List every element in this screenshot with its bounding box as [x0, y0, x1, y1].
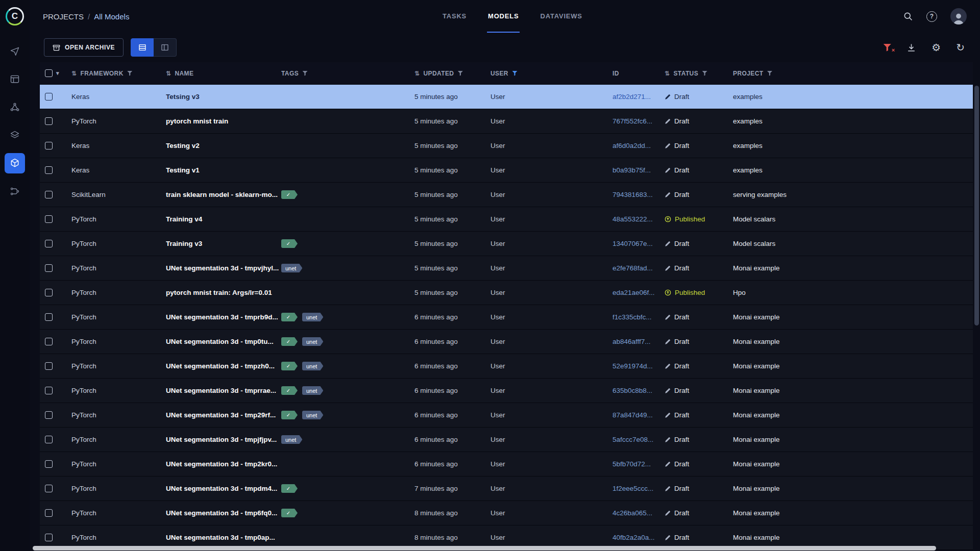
- table-row[interactable]: ScikitLearntrain sklearn model - sklearn…: [40, 183, 973, 207]
- model-name-link[interactable]: Testing v1: [166, 166, 200, 174]
- sidebar-item-projects[interactable]: [0, 93, 30, 121]
- model-name-link[interactable]: UNet segmentation 3d - tmprb9d...: [166, 313, 278, 321]
- avatar[interactable]: [950, 8, 967, 24]
- vertical-scrollbar[interactable]: [974, 86, 979, 325]
- clear-filters-icon[interactable]: ×: [883, 44, 891, 52]
- sidebar-item-pipelines[interactable]: [0, 177, 30, 205]
- check-tag[interactable]: ✓: [281, 386, 298, 395]
- open-archive-button[interactable]: OPEN ARCHIVE: [44, 38, 124, 57]
- table-view-button[interactable]: [131, 38, 154, 57]
- row-checkbox[interactable]: [45, 534, 53, 541]
- row-checkbox[interactable]: [45, 338, 53, 345]
- filter-icon[interactable]: [702, 71, 707, 76]
- model-name-link[interactable]: Tetsing v3: [166, 93, 200, 101]
- sidebar-item-reports[interactable]: [0, 65, 30, 93]
- tag[interactable]: unet: [302, 386, 323, 395]
- row-checkbox[interactable]: [45, 411, 53, 419]
- split-view-button[interactable]: [154, 38, 177, 57]
- row-checkbox[interactable]: [45, 117, 53, 125]
- tab-models[interactable]: MODELS: [487, 0, 520, 33]
- filter-icon[interactable]: [767, 71, 772, 76]
- filter-icon[interactable]: [302, 71, 308, 76]
- model-name-link[interactable]: UNet segmentation 3d - tmpdm4...: [166, 485, 277, 492]
- check-tag[interactable]: ✓: [281, 239, 298, 248]
- row-checkbox[interactable]: [45, 166, 53, 174]
- check-tag[interactable]: ✓: [281, 313, 298, 321]
- sort-icon[interactable]: ⇅: [414, 70, 420, 77]
- model-name-link[interactable]: UNet segmentation 3d - tmp0ap...: [166, 534, 275, 541]
- model-name-link[interactable]: UNet segmentation 3d - tmp0tu...: [166, 338, 274, 345]
- tag[interactable]: unet: [302, 313, 323, 321]
- tag[interactable]: unet: [302, 411, 323, 419]
- model-name-link[interactable]: Training v4: [166, 215, 202, 223]
- model-name-link[interactable]: UNet segmentation 3d - tmp29rf...: [166, 411, 276, 419]
- tag[interactable]: unet: [281, 435, 302, 444]
- row-checkbox[interactable]: [45, 509, 53, 517]
- table-row[interactable]: PyTorchpytorch mnist train: Args/lr=0.01…: [40, 281, 973, 305]
- check-tag[interactable]: ✓: [281, 362, 298, 370]
- table-row[interactable]: PyTorchUNet segmentation 3d - tmp6fq0...…: [40, 501, 973, 525]
- select-all-checkbox[interactable]: [45, 69, 53, 77]
- search-icon[interactable]: [903, 11, 913, 21]
- horizontal-scrollbar[interactable]: [33, 546, 936, 550]
- table-row[interactable]: PyTorchUNet segmentation 3d - tmpdm4...✓…: [40, 477, 973, 501]
- sort-icon[interactable]: ⇅: [71, 70, 77, 77]
- table-row[interactable]: PyTorchUNet segmentation 3d - tmpzh0...✓…: [40, 354, 973, 379]
- tag[interactable]: unet: [302, 362, 323, 370]
- clearml-logo[interactable]: C: [0, 0, 30, 33]
- help-icon[interactable]: ?: [926, 11, 937, 22]
- table-row[interactable]: KerasTesting v25 minutes agoUseraf6d0a2d…: [40, 134, 973, 158]
- row-checkbox[interactable]: [45, 215, 53, 223]
- row-checkbox[interactable]: [45, 387, 53, 394]
- row-checkbox[interactable]: [45, 460, 53, 468]
- check-tag[interactable]: ✓: [281, 337, 298, 346]
- breadcrumb-projects[interactable]: PROJECTS: [43, 12, 84, 21]
- table-row[interactable]: PyTorchUNet segmentation 3d - tmprb9d...…: [40, 305, 973, 330]
- check-tag[interactable]: ✓: [281, 190, 298, 199]
- column-header-project[interactable]: PROJECT: [733, 70, 973, 77]
- tab-dataviews[interactable]: DATAVIEWS: [540, 0, 583, 33]
- row-checkbox[interactable]: [45, 313, 53, 321]
- model-name-link[interactable]: pytorch mnist train: Args/lr=0.01: [166, 289, 272, 296]
- breadcrumb-current[interactable]: All Models: [94, 12, 129, 21]
- column-header-status[interactable]: ⇅ STATUS: [665, 70, 733, 77]
- chevron-down-icon[interactable]: ▾: [56, 70, 59, 77]
- model-name-link[interactable]: UNet segmentation 3d - tmpvjhyl...: [166, 264, 279, 272]
- model-name-link[interactable]: UNet segmentation 3d - tmp2kr0...: [166, 460, 277, 468]
- sidebar-item-dashboard[interactable]: [0, 37, 30, 65]
- table-row[interactable]: PyTorchTraining v45 minutes agoUser48a55…: [40, 207, 973, 232]
- sort-icon[interactable]: ⇅: [665, 70, 670, 77]
- header-select-all[interactable]: ▾: [40, 69, 71, 77]
- download-icon[interactable]: [906, 43, 916, 53]
- row-checkbox[interactable]: [45, 436, 53, 443]
- column-header-framework[interactable]: ⇅ FRAMEWORK: [71, 70, 166, 77]
- tag[interactable]: unet: [281, 264, 302, 272]
- column-header-updated[interactable]: ⇅ UPDATED: [414, 70, 491, 77]
- tag[interactable]: unet: [302, 337, 323, 346]
- table-row[interactable]: PyTorchUNet segmentation 3d - tmprrae...…: [40, 379, 973, 403]
- column-header-name[interactable]: ⇅ NAME: [166, 70, 281, 77]
- check-tag[interactable]: ✓: [281, 509, 298, 517]
- row-checkbox[interactable]: [45, 93, 53, 101]
- model-name-link[interactable]: pytorch mnist train: [166, 117, 228, 125]
- table-row[interactable]: KerasTetsing v35 minutes agoUseraf2b2d27…: [40, 85, 973, 109]
- table-row[interactable]: KerasTesting v15 minutes agoUserb0a93b75…: [40, 158, 973, 183]
- row-checkbox[interactable]: [45, 191, 53, 198]
- filter-icon[interactable]: [127, 71, 133, 76]
- tab-tasks[interactable]: TASKS: [442, 0, 468, 33]
- model-name-link[interactable]: UNet segmentation 3d - tmpzh0...: [166, 362, 275, 370]
- column-header-user[interactable]: USER: [491, 70, 612, 77]
- table-row[interactable]: PyTorchUNet segmentation 3d - tmp0tu...✓…: [40, 330, 973, 354]
- table-row[interactable]: PyTorchUNet segmentation 3d - tmpjfjpv..…: [40, 428, 973, 452]
- sort-icon[interactable]: ⇅: [166, 70, 171, 77]
- sidebar-item-models[interactable]: [0, 149, 30, 177]
- sidebar-item-datasets[interactable]: [0, 121, 30, 149]
- row-checkbox[interactable]: [45, 485, 53, 492]
- column-header-tags[interactable]: TAGS: [281, 70, 414, 77]
- model-name-link[interactable]: Testing v2: [166, 142, 200, 149]
- filter-icon[interactable]: [457, 71, 463, 76]
- model-name-link[interactable]: UNet segmentation 3d - tmpjfjpv...: [166, 436, 277, 443]
- refresh-icon[interactable]: ↻: [956, 42, 965, 53]
- table-row[interactable]: PyTorchUNet segmentation 3d - tmpvjhyl..…: [40, 256, 973, 281]
- check-tag[interactable]: ✓: [281, 411, 298, 419]
